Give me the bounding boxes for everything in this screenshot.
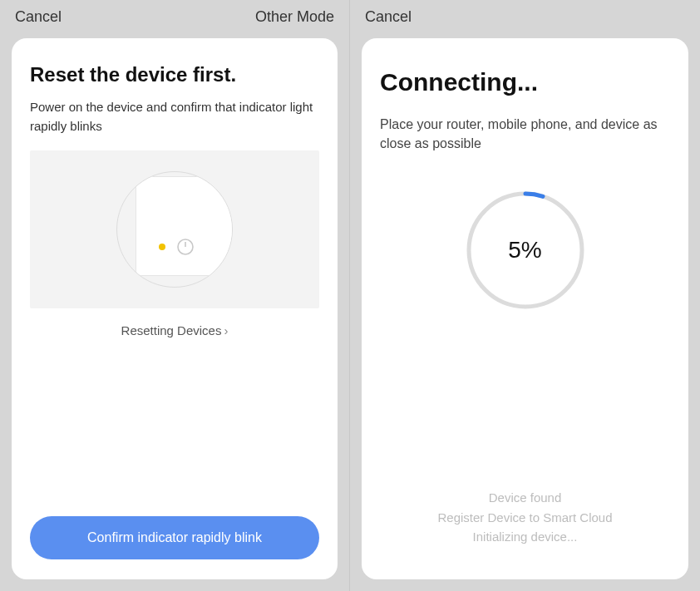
page-description: Power on the device and confirm that ind… — [30, 98, 319, 135]
page-title: Reset the device first. — [30, 63, 319, 86]
other-mode-button[interactable]: Other Mode — [255, 8, 334, 26]
device-circle-icon — [116, 171, 233, 288]
power-icon — [175, 237, 195, 257]
cancel-button[interactable]: Cancel — [365, 8, 412, 26]
status-step-1: Device found — [380, 488, 670, 507]
top-bar: Cancel Other Mode — [0, 0, 349, 33]
content-card: Connecting... Place your router, mobile … — [362, 38, 688, 579]
device-illustration — [30, 150, 319, 308]
status-step-2: Register Device to Smart Cloud — [380, 508, 670, 527]
top-bar: Cancel — [350, 0, 700, 33]
cancel-button[interactable]: Cancel — [15, 8, 62, 26]
confirm-indicator-button[interactable]: Confirm indicator rapidly blink — [30, 516, 319, 559]
progress-percent-label: 5% — [463, 188, 588, 313]
setup-reset-screen: Cancel Other Mode Reset the device first… — [0, 0, 350, 591]
chevron-right-icon: › — [224, 323, 228, 337]
content-card: Reset the device first. Power on the dev… — [12, 38, 338, 579]
status-list: Device found Register Device to Smart Cl… — [380, 488, 670, 546]
connecting-screen: Cancel Connecting... Place your router, … — [350, 0, 700, 591]
resetting-devices-link[interactable]: Resetting Devices› — [30, 323, 319, 337]
indicator-led-icon — [159, 244, 165, 250]
progress-ring: 5% — [463, 188, 588, 313]
page-title: Connecting... — [380, 68, 670, 96]
resetting-link-label: Resetting Devices — [121, 323, 222, 337]
page-description: Place your router, mobile phone, and dev… — [380, 115, 670, 153]
device-body-icon — [136, 176, 233, 276]
status-step-3: Initializing device... — [380, 527, 670, 546]
